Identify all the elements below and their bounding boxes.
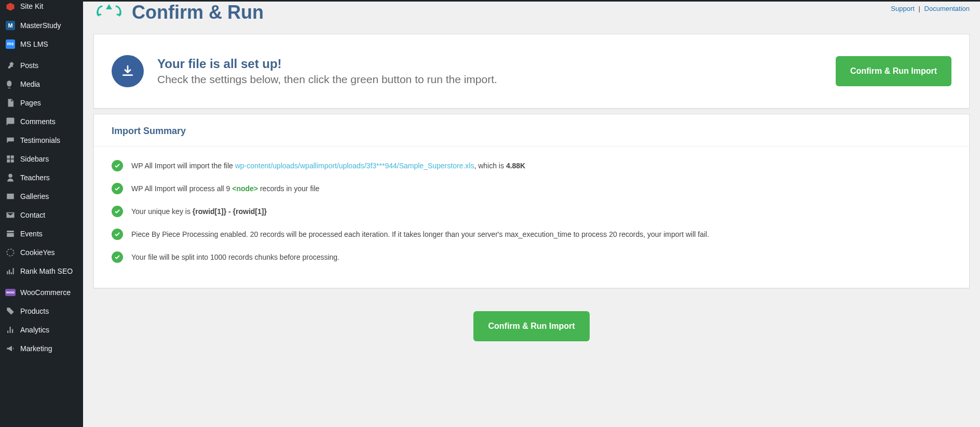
summary-text: , which is [474,162,506,170]
mslms-icon: ms [5,39,16,49]
sidebar-item-galleries[interactable]: Galleries [0,187,83,206]
sidebar-item-pages[interactable]: Pages [0,94,83,112]
import-logo-icon [93,3,125,22]
summary-text: WP All Import will process all 9 [131,184,232,193]
sidebar-item-analytics[interactable]: Analytics [0,321,83,339]
admin-sidebar: Site Kit M MasterStudy ms MS LMS Posts M… [0,2,83,427]
setup-heading: Your file is all set up! [157,57,497,71]
unique-key: {rowid[1]} - {rowid[1]} [193,207,267,216]
summary-row-piece: Piece By Piece Processing enabled. 20 re… [112,229,951,240]
summary-row-uniquekey: Your unique key is {rowid[1]} - {rowid[1… [112,206,951,217]
page-header: Confirm & Run Support | Documentation [93,2,970,29]
contact-icon [5,210,16,220]
summary-text: Your unique key is [131,207,193,216]
galleries-icon [5,191,16,202]
summary-panel: Import Summary WP All Import will import… [93,114,970,288]
page-title: Confirm & Run [132,2,264,23]
sidebar-item-label: Contact [20,210,78,220]
header-links: Support | Documentation [891,2,970,12]
check-icon [112,251,123,263]
node-tag: <node> [232,184,258,193]
main-content: Confirm & Run Support | Documentation Yo… [83,2,980,427]
sidebar-item-label: Analytics [20,325,78,335]
sidebar-item-label: Sidebars [20,154,78,164]
summary-text: records in your file [258,184,319,193]
summary-text: WP All Import will import the file [131,162,235,170]
file-size: 4.88K [506,162,525,170]
rankmath-icon [5,266,16,276]
events-icon [5,229,16,239]
testimonials-icon [5,135,16,145]
sidebar-item-sidebars[interactable]: Sidebars [0,150,83,168]
sidebar-item-testimonials[interactable]: Testimonials [0,131,83,150]
sidebar-item-contact[interactable]: Contact [0,206,83,224]
setup-panel: Your file is all set up! Check the setti… [93,34,970,109]
summary-row-records: WP All Import will process all 9 <node> … [112,183,951,194]
check-icon [112,229,123,240]
svg-point-0 [7,249,14,256]
sidebar-item-label: Testimonials [20,136,78,145]
sidebar-item-label: Galleries [20,192,78,201]
summary-title: Import Summary [112,126,951,137]
check-icon [112,183,123,194]
check-icon [112,206,123,217]
sidebar-item-comments[interactable]: Comments [0,112,83,131]
check-icon [112,160,123,171]
sidebar-item-events[interactable]: Events [0,224,83,243]
confirm-run-button-bottom[interactable]: Confirm & Run Import [473,311,589,341]
documentation-link[interactable]: Documentation [924,5,970,12]
sidebar-item-label: WooCommerce [20,288,78,297]
pin-icon [5,60,16,71]
summary-row-split: Your file will be split into 1000 record… [112,251,951,263]
sidebar-item-label: Teachers [20,173,78,182]
sidebar-item-woocommerce[interactable]: woo WooCommerce [0,283,83,302]
analytics-icon [5,325,16,335]
sitekit-icon [5,2,16,12]
sidebar-item-rankmath[interactable]: Rank Math SEO [0,262,83,281]
sidebar-item-label: MasterStudy [20,21,78,30]
sidebar-item-media[interactable]: Media [0,75,83,94]
sidebar-item-marketing[interactable]: Marketing [0,339,83,358]
summary-text: Piece By Piece Processing enabled. 20 re… [131,229,709,240]
comments-icon [5,116,16,127]
teachers-icon [5,172,16,183]
cookieyes-icon [5,247,16,258]
sidebar-item-label: Comments [20,117,78,126]
sidebar-item-label: Products [20,306,78,316]
sidebar-item-label: Events [20,229,78,238]
sidebar-item-label: Marketing [20,344,78,353]
download-icon [112,55,144,87]
woocommerce-icon: woo [5,287,16,298]
confirm-run-button-top[interactable]: Confirm & Run Import [836,56,951,86]
sidebar-item-products[interactable]: Products [0,302,83,321]
masterstudy-icon: M [5,20,16,31]
separator: | [919,5,920,12]
sidebar-item-label: Posts [20,61,78,70]
sidebar-item-teachers[interactable]: Teachers [0,168,83,187]
support-link[interactable]: Support [891,5,915,12]
sidebars-icon [5,154,16,164]
pages-icon [5,98,16,108]
marketing-icon [5,343,16,354]
sidebar-item-label: Media [20,79,78,89]
sidebar-item-label: CookieYes [20,248,78,257]
media-icon [5,79,16,89]
sidebar-item-label: MS LMS [20,39,78,49]
sidebar-item-cookieyes[interactable]: CookieYes [0,243,83,262]
sidebar-item-label: Site Kit [20,2,78,11]
sidebar-item-sitekit[interactable]: Site Kit [0,2,83,16]
file-link[interactable]: wp-content/uploads/wpallimport/uploads/3… [235,162,474,170]
setup-sub: Check the settings below, then click the… [157,73,497,86]
sidebar-item-label: Rank Math SEO [20,266,78,276]
summary-text: Your file will be split into 1000 record… [131,251,339,263]
sidebar-item-posts[interactable]: Posts [0,56,83,75]
summary-row-file: WP All Import will import the file wp-co… [112,160,951,171]
sidebar-item-masterstudy[interactable]: M MasterStudy [0,16,83,35]
products-icon [5,306,16,316]
sidebar-item-mslms[interactable]: ms MS LMS [0,35,83,54]
sidebar-item-label: Pages [20,98,78,108]
